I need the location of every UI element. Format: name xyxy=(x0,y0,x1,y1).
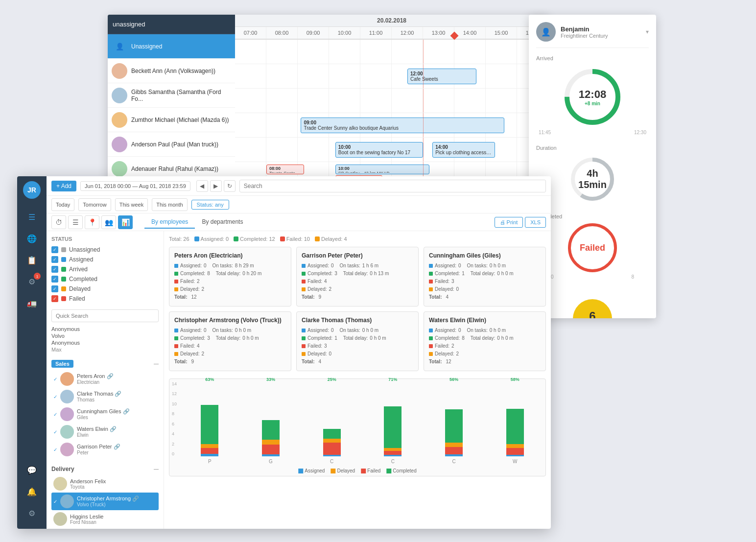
sidebar-icon-truck[interactable]: 🚛 xyxy=(23,294,41,312)
duration-value: 4h 15min xyxy=(578,168,607,190)
stat-failed: Failed: 10 xyxy=(280,236,310,242)
team-member-cunningham[interactable]: ✓ Cunningham Giles 🔗 Giles xyxy=(51,405,159,423)
assignee-unassigned[interactable]: 👤 Unassigned xyxy=(108,34,235,59)
tab-by-departments[interactable]: By departments xyxy=(195,216,250,229)
dot-unassigned xyxy=(61,247,66,252)
left-panel: Status ✓ Unassigned ✓ Assigned ✓ A xyxy=(47,231,164,529)
avatar-gibbs xyxy=(112,88,127,103)
status-filter-badge[interactable]: Status: any xyxy=(191,200,229,210)
tool-group[interactable]: 👥 xyxy=(101,215,116,229)
arrived-time-labels: 11:45 12:30 xyxy=(536,130,649,135)
tool-chart[interactable]: 📊 xyxy=(118,215,133,229)
bar-toyota-center[interactable]: 08:00 Toyota Center in Khimki xyxy=(266,165,304,174)
view-tomorrow[interactable]: Tomorrow xyxy=(78,198,111,211)
view-this-week[interactable]: This week xyxy=(115,198,148,211)
emp-stats-cunningham: Assigned:0On tasks:0 h 0 m Completed:1To… xyxy=(429,262,541,301)
emp-name-clarke: Clarke Thomas (Thomas) xyxy=(302,317,413,324)
time-1300: 13:00 xyxy=(423,27,454,39)
avatar-waters xyxy=(60,425,74,439)
sales-team-header: Sales — xyxy=(51,357,159,370)
tool-map[interactable]: 📍 xyxy=(85,215,99,229)
bar-group-p: 63% P xyxy=(184,384,236,456)
arrived-time: 12:08 xyxy=(579,88,606,101)
team-member-christopher[interactable]: ✓ Christopher Armstrong 🔗 Volvo (Truck) xyxy=(51,493,159,510)
sales-toggle[interactable]: — xyxy=(154,361,159,367)
tool-list[interactable]: ☰ xyxy=(68,215,83,229)
gantt-time-row: 07:00 08:00 09:00 10:00 11:00 12:00 13:0… xyxy=(235,27,548,39)
checkbox-arrived[interactable]: ✓ xyxy=(51,266,58,273)
print-button[interactable]: 🖨 Print xyxy=(495,217,523,228)
team-member-clarke[interactable]: ✓ Clarke Thomas 🔗 Thomas xyxy=(51,388,159,405)
avatar-beckett xyxy=(112,63,127,79)
arrived-label: Arrived xyxy=(536,55,649,61)
assignee-zumthor[interactable]: Zumthor Michael (Michael (Mazda 6)) xyxy=(108,108,235,132)
bar-cafe-sweets[interactable]: 12:00 Cafe Sweets xyxy=(407,69,476,84)
info-peters: Peters Aron 🔗 Electrician xyxy=(77,373,114,385)
team-member-higgins[interactable]: Higgins Leslie Ford Nissan xyxy=(51,510,159,528)
filter-arrived[interactable]: ✓ Arrived xyxy=(51,264,159,274)
dot-delayed xyxy=(61,286,66,291)
gantt-row-0 xyxy=(235,40,548,64)
tab-by-employees[interactable]: By employees xyxy=(144,216,195,229)
arrived-section: Arrived 12:08 +8 min 11:45 12:30 xyxy=(536,55,649,135)
checkbox-delayed[interactable]: ✓ xyxy=(51,285,58,292)
delivery-toggle[interactable]: — xyxy=(154,467,159,472)
checkbox-assigned[interactable]: ✓ xyxy=(51,256,58,263)
duration-text: 4h 15min xyxy=(578,168,607,190)
score-circle: 6 out of 10 max xyxy=(573,299,612,318)
filter-unassigned[interactable]: ✓ Unassigned xyxy=(51,245,159,255)
bar-boot-sewing[interactable]: 10:00 Boot on the sewing factory No 17 xyxy=(335,142,423,158)
info-clarke: Clarke Thomas 🔗 Thomas xyxy=(77,391,121,402)
filter-completed[interactable]: ✓ Completed xyxy=(51,274,159,284)
team-member-garrison[interactable]: ✓ Garrison Peter 🔗 Peter xyxy=(51,441,159,458)
bar-group-c3: 56% C xyxy=(428,384,480,456)
view-this-month[interactable]: This month xyxy=(152,198,187,211)
sidebar-icon-bell[interactable]: 🔔 xyxy=(23,483,41,500)
sidebar-icon-chat[interactable]: 💬 xyxy=(23,461,41,479)
filter-delayed[interactable]: ✓ Delayed xyxy=(51,284,159,294)
assignee-column-label: unassigned xyxy=(113,21,145,28)
bar-sp-svetlov[interactable]: 10:00 SP Svetlov - 42 km MKAD xyxy=(335,165,429,174)
xls-button[interactable]: XLS xyxy=(525,217,546,228)
refresh-icon[interactable]: ↻ xyxy=(224,180,236,192)
team-member-waters[interactable]: ✓ Waters Elwin 🔗 Elwin xyxy=(51,423,159,441)
assignee-beckett[interactable]: Beckett Ann (Ann (Volkswagen)) xyxy=(108,59,235,83)
main-content: + Add Jun 01, 2018 00:00 — Aug 01, 2018 … xyxy=(47,176,551,529)
avatar-unassigned: 👤 xyxy=(112,39,127,54)
next-icon[interactable]: ▶ xyxy=(210,180,222,192)
sidebar-icon-settings[interactable]: ⚙ 1 xyxy=(23,273,41,290)
delivery-label: Delivery xyxy=(51,466,74,472)
failed-counts: 0 8 xyxy=(536,274,649,280)
driver-expand-icon[interactable]: ▾ xyxy=(646,28,649,35)
search-input[interactable] xyxy=(239,180,546,192)
right-panel: Total: 26 Assigned: 0 Completed: 12 Fail… xyxy=(164,231,551,529)
avatar-higgins xyxy=(53,512,67,526)
checkbox-completed[interactable]: ✓ xyxy=(51,276,58,283)
add-button[interactable]: + Add xyxy=(51,181,76,191)
assignee-gibbs[interactable]: Gibbs Samantha (Samantha (Ford Fo... xyxy=(108,83,235,108)
dept-tabs: By employees By departments xyxy=(144,216,250,229)
checkbox-unassigned[interactable]: ✓ xyxy=(51,246,58,253)
checkbox-failed[interactable]: ✓ xyxy=(51,295,58,302)
filter-assigned[interactable]: ✓ Assigned xyxy=(51,255,159,264)
tool-clock[interactable]: ⏱ xyxy=(51,215,66,229)
filter-failed[interactable]: ✓ Failed xyxy=(51,294,159,304)
completed-section: Completed Failed 0 8 xyxy=(536,213,649,280)
sidebar-icon-home[interactable]: ☰ xyxy=(23,208,41,226)
avatar-peters xyxy=(60,372,74,386)
assignee-anderson[interactable]: Anderson Paul (Paul (Man truck)) xyxy=(108,132,235,157)
bar-trade-center[interactable]: 09:00 Trade Center Sunny alko boutique A… xyxy=(301,118,504,133)
quick-search-input[interactable] xyxy=(51,309,159,322)
sidebar-icon-calendar[interactable]: 📋 xyxy=(23,251,41,269)
sub-toolbar: Today Tomorrow This week This month Stat… xyxy=(47,196,551,213)
team-member-anderson[interactable]: Anderson Felix Toyota xyxy=(51,475,159,493)
sales-team: Sales — ✓ Peters Aron 🔗 Electrician ✓ xyxy=(51,357,159,458)
team-member-dickerson[interactable]: Dickerson Scott JRT Nissan xyxy=(51,528,159,529)
view-today[interactable]: Today xyxy=(51,198,74,211)
team-member-peters[interactable]: ✓ Peters Aron 🔗 Electrician xyxy=(51,370,159,388)
sidebar-icon-gear[interactable]: ⚙ xyxy=(23,504,41,522)
sidebar-icon-globe[interactable]: 🌐 xyxy=(23,230,41,247)
emp-stats-christopher: Assigned:0On tasks:0 h 0 m Completed:3To… xyxy=(174,327,286,366)
bar-pickup-clothing[interactable]: 14:00 Pick up clothing accessories xyxy=(432,142,495,158)
prev-icon[interactable]: ◀ xyxy=(196,180,208,192)
